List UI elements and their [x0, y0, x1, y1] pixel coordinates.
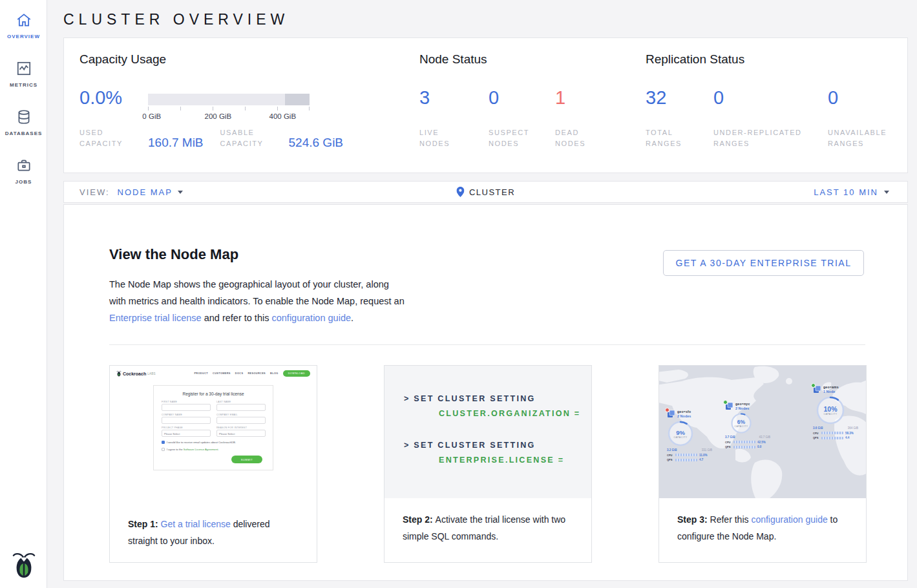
time-range-value: LAST 10 MIN — [814, 187, 878, 197]
enterprise-trial-button[interactable]: GET A 30-DAY ENTERPRISE TRIAL — [663, 250, 864, 276]
sidebar-item-databases[interactable]: DATABASES — [0, 97, 47, 145]
used-gib: 3.2 GiB — [667, 448, 677, 452]
total-gib: 331 GiB — [702, 448, 712, 452]
capacity-bar-chart: 0 GiB 200 GiB 400 GiB — [148, 94, 310, 121]
sql-statement: ENTERPRISE.LICENSE = — [439, 456, 591, 465]
capacity-percent: 6% — [737, 419, 745, 425]
total-ranges-value: 32 — [646, 87, 713, 108]
qps-value: 4.7 — [699, 458, 703, 461]
description-text: . — [351, 313, 353, 323]
sidebar-item-label: JOBS — [16, 179, 32, 185]
sidebar-item-label: DATABASES — [5, 131, 43, 136]
mock-download-button: DOWNLOAD — [283, 370, 310, 377]
mock-field: LAST NAME — [216, 401, 266, 411]
mock-text-input — [162, 404, 211, 411]
capacity-donut: 6%CAPACITY — [730, 412, 752, 434]
cockroach-logo — [0, 549, 47, 579]
cpu-value: 58.3% — [845, 432, 854, 435]
sql-statement: CLUSTER.ORGANIZATION = — [439, 409, 591, 418]
step3-caption: Step 3: Refer this configuration guide t… — [659, 498, 866, 545]
used-gib: 3.6 GiB — [813, 426, 823, 430]
unavailable-ranges-label: UNAVAILABLE RANGES — [828, 127, 899, 149]
tick-mark — [180, 107, 181, 110]
unavailable-ranges-stat: 0 UNAVAILABLE RANGES — [828, 87, 909, 149]
cluster-node-count: 2 Nodes — [677, 414, 691, 418]
sql-commands-preview: > SET CLUSTER SETTING CLUSTER.ORGANIZATI… — [385, 366, 591, 498]
spacer — [404, 418, 591, 441]
main-content: CLUSTER OVERVIEW Capacity Usage 0.0% — [47, 0, 917, 588]
unavailable-ranges-value: 0 — [828, 87, 909, 108]
node-map-description: The Node Map shows the geographical layo… — [109, 276, 406, 326]
chevron-down-icon — [178, 191, 183, 194]
live-nodes-stat: 3 LIVE NODES — [419, 87, 489, 149]
capacity-axis-ticks — [148, 107, 310, 112]
mock-nav-item: BLOG — [270, 372, 279, 375]
view-dropdown[interactable]: NODE MAP — [118, 187, 183, 197]
mock-brand-name: Cockroach — [123, 372, 146, 376]
cpu-bar — [675, 454, 697, 456]
tick-mark — [309, 107, 310, 110]
node-status-stats: 3 LIVE NODES 0 SUSPECT NODES 1 DEAD NODE… — [419, 87, 633, 149]
step2-card: > SET CLUSTER SETTING CLUSTER.ORGANIZATI… — [384, 365, 592, 563]
node-map-preview: geo=sfo 2 Nodes 9%CAPACITY 3.2 GiB331 Gi… — [659, 366, 866, 498]
map-cluster-ams: geo=ams 1 Node 10%CAPACITY 3.6 GiB364 Gi… — [813, 385, 866, 439]
qps-bar — [675, 459, 697, 461]
mock-nav-item: DOCS — [235, 372, 244, 375]
divider — [109, 344, 865, 345]
mock-field-label: REASON FOR INTEREST — [216, 426, 266, 429]
qps-label: QPS — [813, 436, 819, 439]
mock-checkbox-label: I agree to the Software License Agreemen… — [167, 448, 219, 451]
under-replicated-ranges-label: UNDER-REPLICATED RANGES — [713, 127, 817, 149]
capacity-bar — [148, 94, 310, 105]
mock-nav-item: CUSTOMERS — [213, 372, 231, 375]
sidebar-item-jobs[interactable]: JOBS — [0, 145, 47, 194]
enterprise-trial-license-link[interactable]: Enterprise trial license — [109, 313, 202, 323]
dead-nodes-stat: 1 DEAD NODES — [555, 87, 633, 149]
get-trial-license-link[interactable]: Get a trial license — [161, 519, 231, 529]
caption-text: Refer this — [710, 514, 752, 525]
briefcase-icon — [16, 157, 32, 174]
mock-select: Please Select — [216, 430, 266, 437]
step-number: Step 2: — [403, 514, 436, 525]
mock-text-input — [162, 417, 211, 424]
cluster-summary-card: Capacity Usage 0.0% 0 GiB 200 GiB — [63, 37, 908, 173]
capacity-bar-reserved-segment — [285, 94, 310, 105]
step-number: Step 1: — [128, 519, 161, 529]
mock-checkbox-row: I agree to the Software License Agreemen… — [162, 448, 265, 451]
node-map-title: View the Node Map — [109, 246, 238, 263]
total-gib: 364 GiB — [848, 426, 858, 430]
qps-value: 4.4 — [845, 436, 849, 439]
configuration-guide-link[interactable]: configuration guide — [271, 313, 351, 323]
cpu-label: CPU — [725, 441, 732, 444]
capacity-label: CAPACITY — [673, 436, 687, 439]
time-range-dropdown[interactable]: LAST 10 MIN — [814, 187, 889, 197]
mock-brand-suffix: LABS — [147, 372, 156, 375]
mock-field-label: LAST NAME — [216, 401, 266, 403]
metrics-chart-icon — [16, 60, 32, 77]
configuration-guide-link[interactable]: configuration guide — [751, 514, 827, 525]
capacity-percent: 0.0% — [79, 87, 122, 109]
under-replicated-ranges-stat: 0 UNDER-REPLICATED RANGES — [713, 87, 828, 149]
mock-nav-item: PRODUCT — [194, 372, 208, 375]
chevron-down-icon — [884, 191, 889, 194]
dead-nodes-value: 1 — [555, 87, 633, 108]
mock-nav-item: RESOURCES — [248, 372, 266, 375]
sidebar-item-metrics[interactable]: METRICS — [0, 48, 47, 97]
cluster-name: geo=sfo — [677, 410, 691, 414]
total-ranges-label: TOTAL RANGES — [646, 127, 687, 149]
view-selector: VIEW: NODE MAP — [79, 187, 183, 197]
sidebar-item-overview[interactable]: OVERVIEW — [0, 0, 47, 48]
description-text: and refer to this — [202, 313, 272, 323]
mock-field-label: COMPANY NAME — [162, 414, 211, 416]
suspect-nodes-value: 0 — [489, 87, 555, 108]
tick-mark — [245, 107, 246, 110]
mock-field: PROJECT PHASEPlease Select — [162, 426, 211, 437]
node-status-title: Node Status — [419, 52, 487, 67]
mock-checkbox-row: I would like to receive email updates ab… — [162, 441, 265, 444]
cpu-label: CPU — [667, 454, 673, 457]
step1-card: Cockroach LABS PRODUCT CUSTOMERS DOCS RE… — [109, 365, 317, 563]
replication-status-title: Replication Status — [646, 52, 744, 67]
mock-nav: PRODUCT CUSTOMERS DOCS RESOURCES BLOG DO… — [194, 370, 310, 377]
mock-submit-button: SUBMIT — [231, 456, 262, 463]
total-gib: 43.7 GiB — [759, 436, 770, 439]
